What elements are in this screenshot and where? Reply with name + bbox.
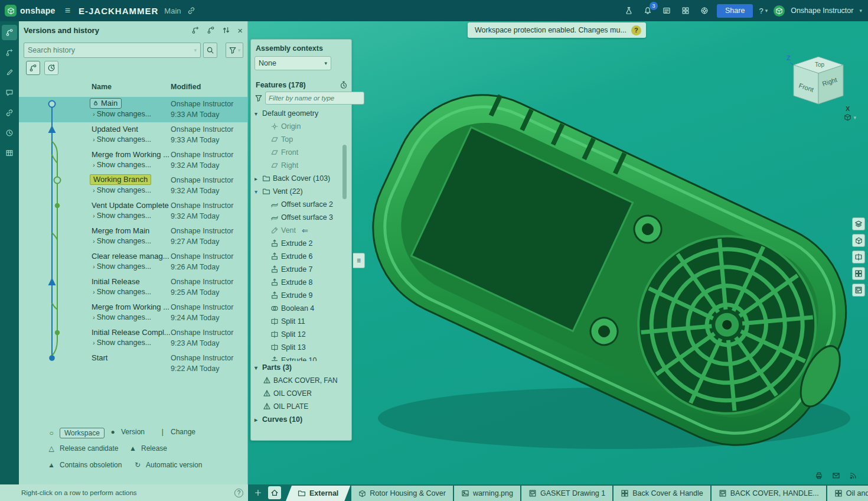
section-tool-button[interactable] — [852, 250, 865, 263]
version-row[interactable]: Merge from Working ...Onshape Instructor… — [19, 148, 247, 173]
feature-item[interactable]: Offset surface 2 — [254, 198, 348, 211]
workspace-name[interactable]: Main — [164, 6, 181, 15]
search-history-input[interactable] — [28, 46, 194, 54]
feature-item[interactable]: Offset surface 3 — [254, 211, 348, 224]
document-tab[interactable]: Rotor Housing & Cover — [351, 486, 453, 501]
document-tab[interactable]: Oil and Back Cover — [827, 486, 868, 501]
share-button[interactable]: Share — [717, 4, 753, 18]
bom-table-button[interactable] — [2, 145, 17, 161]
feature-tree-scrollbar[interactable] — [342, 145, 347, 199]
feature-item[interactable]: Extrude 7 — [254, 263, 348, 276]
show-changes-link[interactable]: ›Show changes... — [93, 186, 151, 194]
version-row[interactable]: Clear release manag...Onshape Instructor… — [19, 249, 247, 275]
explode-tool-button[interactable] — [852, 267, 865, 280]
close-icon[interactable]: × — [237, 25, 243, 35]
chevron-down-icon[interactable]: ▾ — [254, 365, 262, 371]
show-changes-link[interactable]: ›Show changes... — [93, 313, 151, 321]
restore-view-toggle[interactable] — [44, 61, 58, 75]
part-item[interactable]: BACK COVER, FAN — [254, 374, 348, 387]
search-button[interactable] — [203, 43, 217, 58]
feature-item[interactable]: Split 12 — [254, 328, 348, 341]
mail-icon[interactable] — [832, 471, 840, 480]
chevron-down-icon[interactable]: ▾ — [254, 110, 262, 117]
support-ring-icon[interactable] — [698, 4, 711, 17]
version-row[interactable]: Working BranchOnshape Instructor›Show ch… — [19, 173, 247, 199]
chevron-right-icon[interactable]: ▸ — [254, 417, 262, 423]
version-row[interactable]: Updated VentOnshape Instructor›Show chan… — [19, 122, 247, 148]
parts-section-header[interactable]: ▾ Parts (3) — [254, 361, 348, 374]
chevron-right-icon[interactable]: ▸ — [254, 175, 262, 182]
feature-item[interactable]: Extrude 10 — [254, 354, 348, 361]
named-views-button[interactable] — [852, 284, 865, 297]
version-name[interactable]: Initial Release Compl... — [92, 328, 171, 337]
show-changes-link[interactable]: ›Show changes... — [93, 237, 151, 245]
filter-button[interactable]: ▾ — [226, 43, 243, 58]
version-name[interactable]: Merge from Main — [92, 226, 149, 235]
version-name[interactable]: Clear release manag... — [92, 252, 169, 261]
model-viewport[interactable]: Workspace protection enabled. Changes mu… — [248, 21, 868, 484]
isolate-tool-button[interactable] — [852, 234, 865, 247]
feature-item[interactable]: Split 11 — [254, 315, 348, 328]
show-changes-link[interactable]: ›Show changes... — [93, 135, 151, 144]
feature-item[interactable]: Extrude 8 — [254, 276, 348, 289]
rollback-history-icon[interactable] — [340, 81, 348, 89]
assembly-contexts-dropdown[interactable]: None ▾ — [254, 56, 331, 70]
status-help-icon[interactable]: ? — [234, 489, 243, 497]
feature-item[interactable]: Split 13 — [254, 341, 348, 354]
feature-item[interactable]: Origin — [254, 120, 348, 133]
part-item[interactable]: OIL COVER — [254, 387, 348, 400]
version-row[interactable]: Initial ReleaseOnshape Instructor›Show c… — [19, 275, 247, 300]
feature-item[interactable]: ▾Vent (22) — [254, 185, 348, 198]
rollback-bar-icon[interactable]: ⇐ — [302, 226, 308, 235]
view-cube[interactable]: Top Front Right Z X — [785, 52, 851, 113]
chevron-down-icon[interactable]: ▾ — [254, 188, 262, 195]
versions-history-button[interactable] — [2, 25, 17, 40]
version-name[interactable]: Initial Release — [92, 277, 140, 286]
version-name[interactable]: Merge from Working ... — [92, 302, 169, 311]
view-menu-button[interactable]: ▾ — [844, 113, 856, 121]
document-tab[interactable]: BACK COVER, HANDLE... — [712, 486, 826, 501]
hamburger-menu-icon[interactable]: ≡ — [65, 5, 70, 16]
home-tab-button[interactable] — [268, 486, 281, 499]
show-changes-link[interactable]: ›Show changes... — [93, 288, 151, 296]
version-name[interactable]: Working Branch — [90, 174, 151, 185]
version-row[interactable]: StartOnshape Instructor9:22 AM Today — [19, 351, 247, 376]
version-row[interactable]: Merge from MainOnshape Instructor›Show c… — [19, 224, 247, 249]
version-row[interactable]: Vent Update CompleteOnshape Instructor›S… — [19, 199, 247, 224]
print-icon[interactable] — [815, 471, 823, 480]
feature-item[interactable]: Extrude 2 — [254, 237, 348, 250]
copy-link-icon[interactable] — [187, 6, 195, 15]
notifications-bell-icon[interactable]: 3 — [641, 4, 654, 17]
show-changes-link[interactable]: ›Show changes... — [93, 339, 151, 347]
search-caret-icon[interactable]: ▾ — [194, 47, 197, 53]
collaboration-button[interactable] — [2, 105, 17, 121]
feature-panel-flyout-handle[interactable]: ≡ — [353, 253, 365, 268]
feature-item[interactable]: Vent⇐ — [254, 224, 348, 237]
feature-filter-icon[interactable] — [254, 94, 263, 102]
curves-section-header[interactable]: ▸ Curves (10) — [254, 413, 348, 426]
feature-item[interactable]: ▸Back Cover (103) — [254, 172, 348, 185]
compare-icon[interactable] — [222, 26, 230, 34]
user-avatar[interactable] — [774, 5, 785, 17]
feature-item[interactable]: ▾Default geometry — [254, 107, 348, 120]
document-tab[interactable]: Back Cover & Handle — [614, 486, 710, 501]
show-changes-link[interactable]: ›Show changes... — [93, 212, 151, 220]
version-row[interactable]: MainOnshape Instructor›Show changes...9:… — [19, 97, 247, 122]
document-tab[interactable]: warning.png — [454, 486, 520, 501]
history-button[interactable] — [2, 125, 17, 141]
create-version-button[interactable] — [2, 45, 17, 60]
create-branch-icon[interactable] — [207, 26, 215, 34]
create-version-icon[interactable] — [191, 26, 200, 34]
feature-filter-input[interactable] — [265, 92, 364, 105]
appearance-button[interactable] — [2, 65, 17, 80]
user-menu-caret-icon[interactable]: ▾ — [859, 8, 862, 14]
app-grid-icon[interactable] — [679, 4, 692, 17]
version-row[interactable]: Merge from Working ...Onshape Instructor… — [19, 300, 247, 326]
feature-item[interactable]: Boolean 4 — [254, 302, 348, 315]
layers-tool-button[interactable] — [852, 217, 865, 230]
labs-flask-icon[interactable] — [622, 4, 635, 17]
help-menu[interactable]: ?▾ — [759, 6, 768, 15]
broadcast-icon[interactable] — [849, 471, 857, 480]
version-row[interactable]: Initial Release Compl...Onshape Instruct… — [19, 326, 247, 351]
feature-item[interactable]: Right — [254, 159, 348, 172]
